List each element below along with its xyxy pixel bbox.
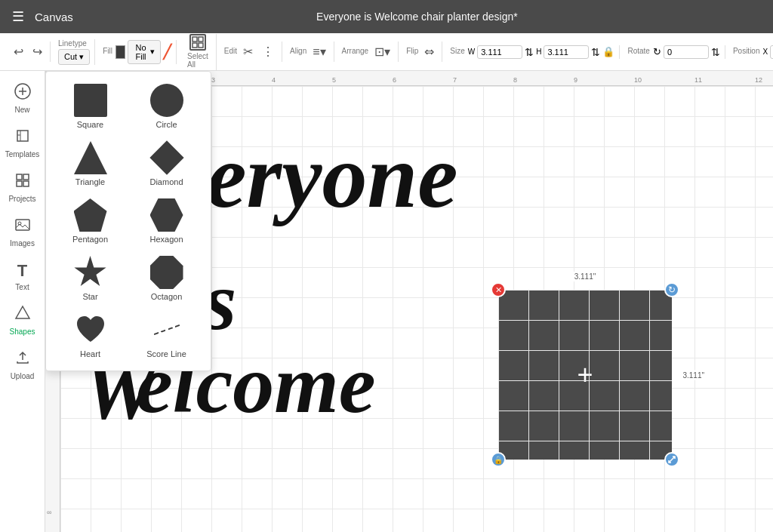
- linetype-select[interactable]: Cut ▾: [58, 49, 90, 65]
- align-button[interactable]: ≡▾: [310, 42, 328, 62]
- octagon-label: Octagon: [151, 292, 183, 301]
- sidebar-item-images[interactable]: Images: [0, 211, 45, 254]
- svg-rect-8: [23, 174, 29, 180]
- score-line-label: Score Line: [146, 349, 186, 358]
- hexagon-shape: [150, 198, 183, 232]
- align-group: Align ≡▾: [285, 42, 334, 62]
- shape-item-triangle[interactable]: Triangle: [58, 141, 122, 186]
- svg-rect-0: [192, 37, 197, 42]
- position-x-label: X: [762, 48, 768, 56]
- sidebar-item-text[interactable]: T Text: [0, 255, 45, 297]
- sidebar-label-shapes: Shapes: [10, 328, 35, 336]
- edit-more-icon[interactable]: ⋮: [259, 42, 277, 62]
- arrange-label: Arrange: [342, 47, 369, 55]
- dimension-width-label: 3.111": [572, 272, 599, 281]
- size-h-stepper-icon[interactable]: ⇅: [591, 46, 600, 58]
- sidebar-item-shapes[interactable]: Shapes: [0, 299, 45, 342]
- new-icon: [14, 83, 31, 103]
- shape-item-pentagon[interactable]: Pentagon: [58, 198, 122, 244]
- shape-item-circle[interactable]: Circle: [134, 84, 199, 129]
- scale-handle[interactable]: [664, 452, 679, 467]
- position-label: Position: [733, 47, 760, 55]
- svg-rect-7: [17, 174, 22, 180]
- arrange-group: Arrange ⊡▾: [337, 42, 399, 62]
- linetype-label: Linetype: [58, 39, 90, 48]
- doc-title: Everyone is Welcome chair planter design…: [73, 11, 761, 23]
- pentagon-shape: [74, 198, 107, 232]
- select-all-button[interactable]: Select All: [184, 34, 211, 70]
- diamond-shape-wrap: [150, 141, 183, 174]
- svg-marker-13: [16, 306, 29, 318]
- size-w-input[interactable]: [477, 45, 522, 59]
- fill-color-swatch[interactable]: [115, 45, 125, 59]
- topbar: ☰ Canvas Everyone is Welcome chair plant…: [0, 0, 773, 33]
- text-icon: T: [17, 261, 27, 281]
- rotate-stepper-icon[interactable]: ⇅: [711, 46, 720, 58]
- shape-item-score-line[interactable]: Score Line: [134, 313, 199, 358]
- size-group: Size W ⇅ H ⇅ 🔒: [445, 45, 620, 59]
- size-stepper-icon[interactable]: ⇅: [525, 46, 534, 58]
- shape-item-diamond[interactable]: Diamond: [134, 141, 199, 186]
- octagon-shape: [150, 256, 183, 289]
- shape-item-octagon[interactable]: Octagon: [134, 256, 199, 301]
- edit-label: Edit: [224, 47, 237, 55]
- selected-shape[interactable]: + 3.111" 3.111" ✕ ↻ 🔒: [498, 290, 672, 460]
- rotate-handle[interactable]: ↻: [664, 282, 679, 297]
- sidebar-item-templates[interactable]: Templates: [0, 121, 45, 165]
- sidebar-label-text: Text: [15, 283, 29, 291]
- app-title: Canvas: [35, 11, 73, 23]
- shapes-icon: [14, 305, 31, 325]
- diamond-shape: [149, 140, 183, 174]
- position-group: Position X ⇅ Y: [728, 45, 773, 59]
- sidebar-item-new[interactable]: New: [0, 77, 45, 120]
- lock-icon[interactable]: 🔒: [602, 46, 614, 57]
- menu-icon[interactable]: ☰: [12, 8, 24, 25]
- position-x-input[interactable]: [770, 45, 773, 59]
- select-all-label: Select All: [187, 52, 208, 69]
- svg-rect-3: [199, 43, 203, 48]
- rotate-group: Rotate ↻ ⇅: [623, 45, 725, 59]
- projects-icon: [14, 172, 31, 192]
- sidebar-label-new: New: [14, 106, 29, 114]
- sidebar-label-projects: Projects: [8, 195, 35, 203]
- delete-handle[interactable]: ✕: [491, 282, 506, 297]
- sidebar-item-projects[interactable]: Projects: [0, 166, 45, 209]
- shape-item-square[interactable]: Square: [58, 84, 122, 129]
- undo-button[interactable]: ↩: [11, 42, 26, 62]
- score-line-shape: [150, 313, 183, 346]
- size-label: Size: [450, 47, 464, 55]
- shape-center-plus: +: [577, 359, 593, 391]
- linetype-group: Linetype Cut ▾: [54, 39, 95, 65]
- flip-group: Flip ⇔: [402, 42, 442, 62]
- edit-scissors-icon[interactable]: ✂: [240, 42, 256, 62]
- select-all-icon: [189, 34, 206, 51]
- flip-button[interactable]: ⇔: [421, 42, 437, 62]
- lock-handle[interactable]: 🔒: [491, 452, 506, 467]
- undo-redo-group: ↩ ↪: [6, 42, 51, 62]
- svg-rect-11: [16, 220, 29, 230]
- sidebar-item-upload[interactable]: Upload: [0, 343, 45, 386]
- shape-item-star[interactable]: Star: [58, 256, 122, 301]
- canvas-area[interactable]: 0 1 2 3 4 5 6 7 8 9 10 11 12 ∞ ∞ Everyon…: [45, 71, 773, 532]
- heart-label: Heart: [80, 349, 100, 358]
- hexagon-label: Hexagon: [149, 235, 183, 244]
- svg-rect-2: [192, 43, 197, 48]
- size-h-label: H: [536, 48, 541, 56]
- pen-tool-icon[interactable]: ╱: [163, 44, 171, 60]
- rotate-input[interactable]: [664, 45, 709, 59]
- size-h-input[interactable]: [544, 45, 589, 59]
- fill-label: Fill: [103, 47, 112, 55]
- redo-button[interactable]: ↪: [29, 42, 45, 62]
- shape-item-hexagon[interactable]: Hexagon: [134, 198, 199, 244]
- sidebar: New Templates Projects: [0, 71, 45, 532]
- dimension-height-label: 3.111": [680, 370, 707, 380]
- arrange-button[interactable]: ⊡▾: [371, 42, 393, 62]
- sidebar-label-images: Images: [10, 239, 35, 248]
- rotate-label: Rotate: [627, 47, 649, 55]
- fill-select[interactable]: No Fill ▾: [128, 40, 161, 64]
- upload-icon: [14, 349, 31, 370]
- select-all-group: Select All: [180, 34, 217, 70]
- square-shape: [74, 84, 107, 117]
- pentagon-label: Pentagon: [72, 235, 108, 244]
- shape-item-heart[interactable]: Heart: [58, 313, 122, 358]
